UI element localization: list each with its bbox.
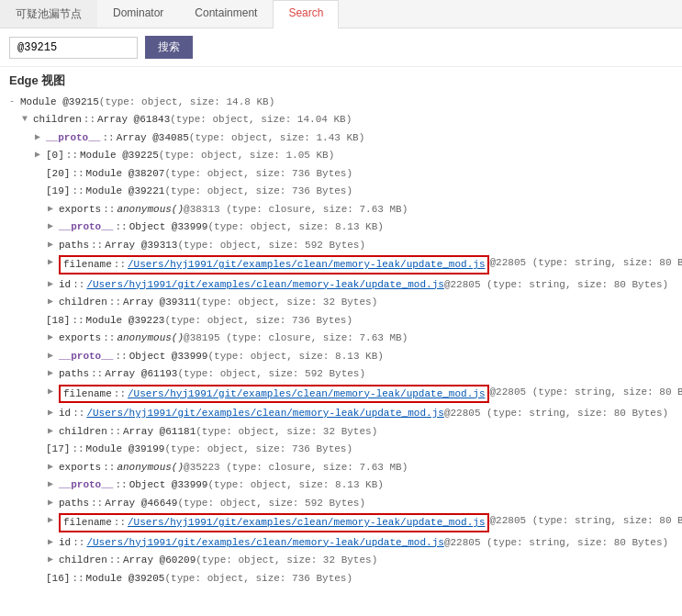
filename-link[interactable]: /Users/hyj1991/git/examples/clean/memory…	[128, 515, 485, 531]
separator: ::	[109, 553, 121, 568]
value-label: anonymous()	[117, 330, 184, 346]
type-info: (type: object, size: 8.13 KB)	[207, 477, 383, 493]
tree-row[interactable]: __proto__ :: Object @33999 (type: object…	[9, 218, 673, 237]
key-label: [19]	[46, 184, 70, 199]
arrow-right-icon[interactable]	[48, 424, 57, 438]
id-link[interactable]: /Users/hyj1991/git/examples/clean/memory…	[86, 535, 443, 551]
tree-row[interactable]: __proto__ :: Array @34085 (type: object,…	[9, 129, 673, 147]
separator: ::	[84, 112, 95, 128]
arrow-right-icon[interactable]	[35, 148, 44, 162]
arrow-right-icon[interactable]	[48, 330, 57, 344]
type-info: @22805 (type: string, size: 80 Bytes)	[444, 277, 668, 293]
filename-link[interactable]: /Users/hyj1991/git/examples/clean/memory…	[128, 386, 485, 402]
key-label: id	[59, 535, 71, 551]
arrow-right-icon[interactable]	[48, 553, 57, 566]
separator: ::	[73, 277, 84, 293]
tree-row[interactable]: __proto__ :: Object @33999 (type: object…	[9, 347, 673, 365]
key-label: __proto__	[59, 219, 113, 235]
highlighted-row: filename :: /Users/hyj1991/git/examples/…	[59, 255, 489, 274]
type-info: (type: object, size: 32 Bytes)	[196, 295, 377, 310]
separator: ::	[115, 477, 127, 493]
tree-row[interactable]: exports :: anonymous() @38195 (type: clo…	[9, 330, 673, 348]
type-info: @22805 (type: string, size: 80 Bytes)	[489, 513, 682, 529]
arrow-right-icon[interactable]	[48, 385, 57, 398]
arrow-down-icon[interactable]	[22, 112, 31, 126]
tree-row[interactable]: filename :: /Users/hyj1991/git/examples/…	[9, 512, 673, 534]
separator: ::	[103, 202, 115, 218]
tree-row[interactable]: id :: /Users/hyj1991/git/examples/clean/…	[9, 533, 673, 552]
value-label: anonymous()	[117, 460, 184, 476]
type-info: @38195 (type: closure, size: 7.63 MB)	[184, 330, 408, 346]
dash: -	[9, 95, 18, 108]
tree-row[interactable]: children :: Array @61181 (type: object, …	[9, 422, 673, 441]
tree-row[interactable]: exports :: anonymous() @38313 (type: clo…	[9, 200, 673, 218]
tree-row[interactable]: [20] :: Module @38207 (type: object, siz…	[9, 164, 673, 183]
separator: ::	[91, 496, 103, 511]
id-link[interactable]: /Users/hyj1991/git/examples/clean/memory…	[86, 277, 443, 293]
filename-link[interactable]: /Users/hyj1991/git/examples/clean/memory…	[128, 257, 485, 273]
tree-row[interactable]: exports :: anonymous() @35223 (type: clo…	[9, 458, 673, 476]
tab-dominator[interactable]: Dominator	[97, 0, 179, 28]
type-info: (type: object, size: 736 Bytes)	[164, 166, 352, 182]
tab-leaky-nodes[interactable]: 可疑池漏节点	[0, 0, 97, 28]
arrow-right-icon[interactable]	[48, 295, 57, 308]
tree-row[interactable]: paths :: Array @61193 (type: object, siz…	[9, 365, 673, 384]
separator: ::	[114, 386, 126, 402]
separator: ::	[91, 238, 103, 253]
value-label: Module @39221	[86, 184, 165, 199]
separator: ::	[109, 295, 121, 310]
tree-row[interactable]: [17] :: Module @39199 (type: object, siz…	[9, 441, 673, 459]
search-bar: 搜索	[0, 28, 682, 67]
arrow-right-icon[interactable]	[48, 406, 57, 420]
type-info: @22805 (type: string, size: 80 Bytes)	[444, 535, 668, 551]
key-label: exports	[59, 202, 101, 218]
separator: ::	[72, 184, 84, 199]
key-label: filename	[63, 386, 112, 402]
tree-row[interactable]: [16] :: Module @39205 (type: object, siz…	[9, 569, 673, 588]
type-info: @38313 (type: closure, size: 7.63 MB)	[184, 202, 408, 218]
tab-containment[interactable]: Containment	[179, 0, 273, 28]
tree-row[interactable]: id :: /Users/hyj1991/git/examples/clean/…	[9, 405, 673, 423]
arrow-right-icon[interactable]	[48, 238, 57, 252]
tree-row[interactable]: __proto__ :: Object @33999 (type: object…	[9, 476, 673, 495]
type-info: (type: object, size: 32 Bytes)	[196, 553, 377, 568]
separator: ::	[103, 330, 115, 346]
arrow-right-icon[interactable]	[48, 219, 57, 233]
search-button[interactable]: 搜索	[145, 36, 193, 59]
arrow-right-icon[interactable]	[48, 349, 57, 363]
tab-search[interactable]: Search	[273, 0, 339, 28]
value-label: Array @39311	[123, 295, 196, 310]
arrow-right-icon[interactable]	[48, 496, 57, 510]
tree-row[interactable]: - Module @39215 (type: object, size: 14.…	[9, 93, 673, 111]
tree-row[interactable]: filename :: /Users/hyj1991/git/examples/…	[9, 254, 673, 276]
key-label: Module @39215	[20, 95, 99, 110]
separator: ::	[72, 442, 84, 457]
separator: ::	[72, 571, 84, 587]
tree-row[interactable]: filename :: /Users/hyj1991/git/examples/…	[9, 383, 673, 405]
arrow-right-icon[interactable]	[35, 130, 44, 144]
tree-row[interactable]: paths :: Array @46649 (type: object, siz…	[9, 494, 673, 512]
arrow-right-icon[interactable]	[48, 477, 57, 491]
arrow-right-icon[interactable]	[48, 255, 57, 269]
tree-row[interactable]: paths :: Array @39313 (type: object, siz…	[9, 236, 673, 254]
arrow-right-icon[interactable]	[48, 513, 57, 527]
tree-row[interactable]: children :: Array @39311 (type: object, …	[9, 294, 673, 312]
value-label: Array @46649	[105, 496, 177, 511]
tree-row[interactable]: children :: Array @61843 (type: object, …	[9, 111, 673, 129]
search-input[interactable]	[9, 37, 138, 59]
tree-row[interactable]: [18] :: Module @39223 (type: object, siz…	[9, 311, 673, 330]
arrow-right-icon[interactable]	[48, 202, 57, 216]
type-info: @22805 (type: string, size: 80 Bytes)	[489, 255, 682, 271]
tree-row[interactable]: id :: /Users/hyj1991/git/examples/clean/…	[9, 275, 673, 294]
value-label: Module @39223	[86, 313, 165, 329]
type-info: @22805 (type: string, size: 80 Bytes)	[444, 406, 668, 421]
value-label: Module @39225	[80, 148, 159, 163]
tree-row[interactable]: [0] :: Module @39225 (type: object, size…	[9, 147, 673, 165]
id-link[interactable]: /Users/hyj1991/git/examples/clean/memory…	[86, 406, 443, 421]
tree-row[interactable]: [19] :: Module @39221 (type: object, siz…	[9, 183, 673, 201]
arrow-right-icon[interactable]	[48, 460, 57, 474]
arrow-right-icon[interactable]	[48, 277, 57, 291]
tree-row[interactable]: children :: Array @60209 (type: object, …	[9, 552, 673, 570]
arrow-right-icon[interactable]	[48, 535, 57, 549]
arrow-right-icon[interactable]	[48, 366, 57, 380]
